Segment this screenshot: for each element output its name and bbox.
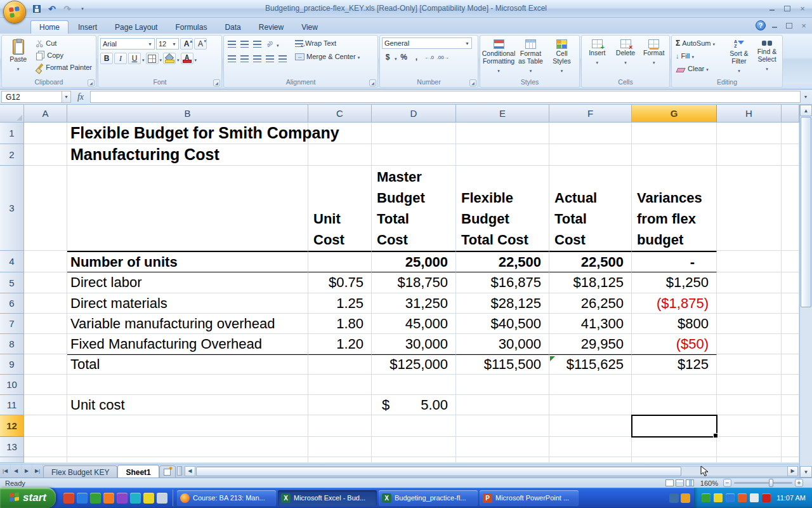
cell-B3[interactable] <box>67 166 308 251</box>
maximize-button[interactable] <box>782 4 793 13</box>
cell-X9[interactable] <box>782 354 799 375</box>
cell-H7[interactable] <box>717 314 782 334</box>
row-header-6[interactable]: 6 <box>0 293 24 314</box>
first-sheet-button[interactable] <box>0 464 11 478</box>
number-format-combo[interactable]: General <box>382 37 472 49</box>
cell-G13[interactable] <box>632 437 717 457</box>
cell-E1[interactable] <box>456 123 549 144</box>
cell-H11[interactable] <box>717 395 782 415</box>
cell-G3[interactable]: Variances from flex budget <box>632 166 717 251</box>
cell-X11[interactable] <box>782 395 799 415</box>
row-header-14[interactable] <box>0 457 24 463</box>
fill-button[interactable]: Fill <box>674 50 724 62</box>
help-icon[interactable] <box>756 20 766 30</box>
align-middle-button[interactable] <box>239 38 250 50</box>
cell-styles-button[interactable]: Cell Styles <box>546 37 577 78</box>
orientation-dropdown-icon[interactable] <box>277 38 279 50</box>
scroll-down-icon[interactable] <box>800 466 812 478</box>
cell-G4[interactable]: - <box>632 251 717 272</box>
borders-dropdown-icon[interactable] <box>160 53 162 64</box>
cell-H10[interactable] <box>717 375 782 395</box>
cell-H1[interactable] <box>717 123 782 144</box>
row-header-11[interactable]: 11 <box>0 395 24 415</box>
cell-F5[interactable]: $18,125 <box>549 272 632 293</box>
cell-E14[interactable] <box>456 457 549 463</box>
increase-indent-button[interactable] <box>277 53 288 64</box>
cell-B6[interactable]: Direct materials <box>67 293 308 314</box>
font-name-combo[interactable]: Arial <box>100 38 155 50</box>
cell-X4[interactable] <box>782 251 799 272</box>
row-header-5[interactable]: 5 <box>0 272 24 293</box>
row-header-2[interactable]: 2 <box>0 144 24 166</box>
cell-D9[interactable]: $125,000 <box>372 354 456 375</box>
number-dialog-launcher[interactable] <box>469 79 476 86</box>
cell-B2[interactable]: Manufacturing Cost <box>67 144 308 166</box>
zoom-out-icon[interactable] <box>723 479 731 487</box>
row-header-7[interactable]: 7 <box>0 314 24 334</box>
cell-C8[interactable]: 1.20 <box>308 334 372 354</box>
bold-button[interactable]: B <box>100 53 113 64</box>
column-header-E[interactable]: E <box>456 105 549 123</box>
cell-F8[interactable]: 29,950 <box>549 334 632 354</box>
decrease-decimal-button[interactable] <box>436 51 450 63</box>
cell-G2[interactable] <box>632 144 717 166</box>
cell-C12[interactable] <box>308 415 372 437</box>
delete-cells-button[interactable]: Delete <box>612 37 639 78</box>
cell-E12[interactable] <box>456 415 549 437</box>
column-header-H[interactable]: H <box>717 105 782 123</box>
merge-center-button[interactable]: Merge & Center <box>293 51 362 62</box>
save-button[interactable] <box>30 3 43 15</box>
cell-B7[interactable]: Variable manufacturing overhead <box>67 314 308 334</box>
cell-B13[interactable] <box>67 437 308 457</box>
align-top-button[interactable] <box>226 38 237 50</box>
alignment-dialog-launcher[interactable] <box>369 79 376 86</box>
font-color-button[interactable]: A <box>181 53 193 64</box>
redo-button[interactable] <box>61 3 74 15</box>
tray-icon-1[interactable] <box>702 493 710 502</box>
cell-H2[interactable] <box>717 144 782 166</box>
row-header-1[interactable]: 1 <box>0 123 24 144</box>
row-header-9[interactable]: 9 <box>0 354 24 375</box>
cell-F10[interactable] <box>549 375 632 395</box>
cell-E10[interactable] <box>456 375 549 395</box>
cell-F2[interactable] <box>549 144 632 166</box>
cell-C13[interactable] <box>308 437 372 457</box>
cell-G8[interactable]: ($50) <box>632 334 717 354</box>
cell-F9[interactable]: $115,625 <box>549 354 632 375</box>
cell-A12[interactable] <box>24 415 67 437</box>
quick-launch-icon-7[interactable] <box>143 493 154 504</box>
fill-color-button[interactable] <box>163 53 176 64</box>
cell-F4[interactable]: 22,500 <box>549 251 632 272</box>
cell-E2[interactable] <box>456 144 549 166</box>
zoom-level[interactable]: 160% <box>700 479 718 487</box>
accounting-format-button[interactable]: $ <box>382 51 393 63</box>
accounting-dropdown-icon[interactable] <box>395 51 397 63</box>
horizontal-scrollbar-thumb[interactable] <box>196 467 681 476</box>
cell-A7[interactable] <box>24 314 67 334</box>
tray-icon-6[interactable] <box>762 493 771 502</box>
formula-input[interactable] <box>90 91 801 103</box>
cell-H13[interactable] <box>717 437 782 457</box>
normal-view-button[interactable] <box>665 479 674 486</box>
format-as-table-button[interactable]: Format as Table <box>515 37 546 78</box>
cell-C4[interactable] <box>308 251 372 272</box>
last-sheet-button[interactable] <box>32 464 43 478</box>
zoom-in-icon[interactable] <box>795 479 803 487</box>
ribbon-tab-formulas[interactable]: Formulas <box>167 20 215 34</box>
workbook-minimize-button[interactable] <box>769 21 780 30</box>
increase-decimal-button[interactable] <box>424 51 435 63</box>
tray-icon-3[interactable] <box>726 493 735 502</box>
cell-B4[interactable]: Number of units <box>67 251 308 272</box>
cell-X10[interactable] <box>782 375 799 395</box>
decrease-indent-button[interactable] <box>264 53 275 64</box>
zoom-thumb[interactable] <box>769 479 773 487</box>
cell-X1[interactable] <box>782 123 799 144</box>
fill-color-dropdown-icon[interactable] <box>177 53 180 64</box>
sheet-tab-flex-budget-key[interactable]: Flex Budget KEY <box>43 465 117 478</box>
page-break-view-button[interactable] <box>686 479 694 486</box>
autosum-button[interactable]: AutoSum <box>674 37 724 49</box>
cell-E3[interactable]: Flexible Budget Total Cost <box>456 166 549 251</box>
minimize-button[interactable] <box>766 4 778 13</box>
clipboard-dialog-launcher[interactable] <box>88 79 95 86</box>
sort-filter-button[interactable]: Sort & Filter <box>726 37 752 78</box>
